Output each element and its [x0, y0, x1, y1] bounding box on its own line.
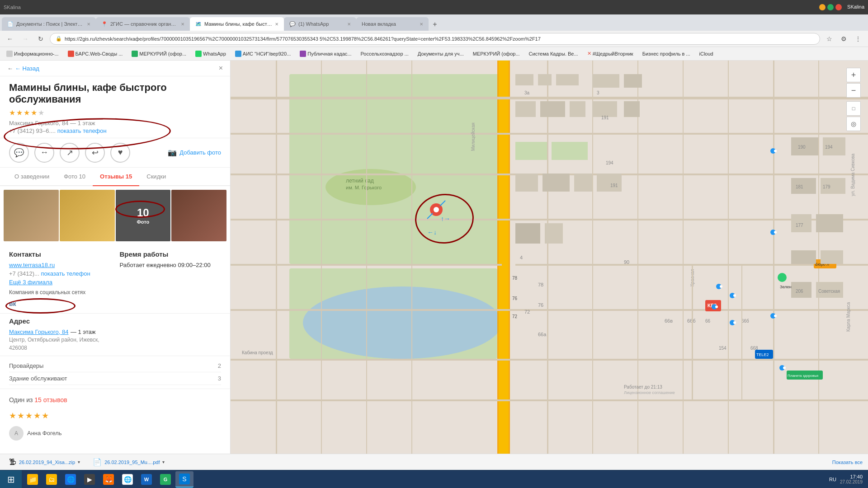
back-button[interactable]: ← [4, 33, 16, 45]
photo-cell-4[interactable] [171, 190, 226, 241]
svg-rect-37 [515, 101, 536, 117]
add-photo-label: Добавить фото [179, 149, 221, 156]
show-phone-link[interactable]: показать телефон [57, 127, 107, 134]
bookmark-ais[interactable]: АИС "НСИ"/вер920... [232, 50, 293, 58]
map-area[interactable]: летний сад им. М. Горького [231, 61, 868, 470]
bookmark-kadastr[interactable]: Публичная кадас... [297, 50, 354, 58]
download-arrow-2[interactable]: ▾ [162, 460, 165, 465]
bookmark-kadry[interactable]: Система Кадры. Ве... [526, 50, 581, 57]
bookmark-label: МЕРКУРИЙ (офор... [139, 51, 186, 56]
bookmark-place-button[interactable]: ↩ [85, 143, 105, 163]
tab-about[interactable]: О заведении [7, 168, 57, 186]
tab-2gis[interactable]: 📍 2ГИС — справочник организац... ✕ [96, 17, 190, 31]
forward-button[interactable]: → [19, 33, 32, 45]
minimize-button[interactable] [819, 4, 826, 10]
reviews-count-link[interactable]: 15 отзывов [34, 396, 67, 404]
phone2-link[interactable]: +7 (3412)... показать телефон [9, 270, 111, 277]
bookmark-icloud[interactable]: iCloud [697, 50, 716, 57]
bookmark-docs[interactable]: Документы для уч... [415, 50, 467, 57]
tab-close-icon[interactable]: ✕ [87, 22, 90, 27]
tab-close-icon[interactable]: ✕ [420, 22, 423, 27]
photo-cell-1[interactable] [4, 190, 59, 241]
tab-maminy-bliny[interactable]: 🗺️ Мамины блины, кафе быстро... ✕ [190, 17, 284, 31]
address-street-link[interactable]: Максима Горького, 84 [9, 328, 68, 335]
start-button[interactable]: ⊞ [0, 470, 22, 488]
svg-point-84 [774, 314, 777, 317]
taskbar-app-chrome[interactable]: 🌐 [118, 471, 137, 488]
svg-rect-10 [231, 133, 868, 135]
bookmark-whatsapp[interactable]: WhatsApp [193, 50, 229, 58]
svg-text:Лицензионное соглашение: Лицензионное соглашение [624, 390, 675, 395]
reviewer-name: Анна Фогель [27, 430, 62, 436]
show-phone2-link[interactable]: показать телефон [41, 270, 90, 277]
camera-icon: 📷 [168, 148, 177, 157]
taskbar-app-garuda[interactable]: G [156, 471, 175, 488]
add-photo-button[interactable]: 📷 Добавить фото [168, 148, 221, 157]
bookmark-mercury2[interactable]: МЕРКУРИЙ (офор... [470, 50, 523, 57]
business-name: Мамины блины, кафе быстрого обслуживания [9, 82, 221, 106]
favorite-button[interactable]: ♥ [110, 143, 130, 163]
photo-cell-2[interactable] [60, 190, 115, 241]
photo-cell-3[interactable]: 10 Фото [116, 190, 171, 241]
extensions-button[interactable]: ⚙ [837, 33, 850, 45]
bookmark-shchedry[interactable]: ✕ #ЩедрыйВторник [585, 50, 636, 57]
maximize-button[interactable] [827, 4, 834, 10]
taskbar-app-word[interactable]: W [137, 471, 156, 488]
tab-documents[interactable]: 📄 Документы : Поиск | Электрон... ✕ [2, 17, 96, 31]
bookmark-mercury[interactable]: МЕРКУРИЙ (офор... [129, 50, 189, 58]
window-controls[interactable]: SKalina [819, 4, 864, 10]
photos-grid[interactable]: 10 Фото [0, 186, 230, 245]
bookmark-label: #ЩедрыйВторник [593, 51, 633, 56]
download-arrow-1[interactable]: ▾ [78, 460, 80, 465]
route-button[interactable]: ↔ [34, 143, 54, 163]
tab-whatsapp[interactable]: 💬 (1) WhatsApp ✕ [284, 17, 356, 31]
taskbar-app-skype[interactable]: S [175, 471, 193, 488]
vk-link[interactable]: вк [9, 300, 16, 307]
bookmark-business[interactable]: Бизнес профиль в ... [640, 50, 693, 57]
photo-count-overlay[interactable]: 10 Фото [116, 190, 171, 241]
address-bar[interactable]: 🔒 https://2gis.ru/izhevsk/search/кафе/pr… [50, 33, 820, 45]
zoom-in-button[interactable]: + [846, 68, 861, 82]
website-link[interactable]: www.terrasa18.ru [9, 262, 111, 268]
show-all-downloads-button[interactable]: Показать все [832, 460, 863, 465]
share-button[interactable]: ↗ [60, 143, 80, 163]
svg-rect-21 [411, 61, 412, 470]
taskbar-app-explorer[interactable]: 📁 [24, 471, 42, 488]
tab-discounts[interactable]: Скидки [139, 168, 173, 186]
taskbar-app-folder[interactable]: 🗂 [42, 471, 61, 488]
close-window-button[interactable] [835, 4, 842, 10]
taskbar-app-media[interactable]: ▶ [80, 471, 99, 488]
building-providers-row[interactable]: Здание обслуживают 3 [9, 372, 221, 385]
tab-new[interactable]: Новая вкладка ✕ [356, 17, 429, 31]
bookmark-informatsionne[interactable]: Информационно-... [4, 50, 61, 58]
tab-close-icon[interactable]: ✕ [181, 22, 184, 27]
tab-favicon: 📄 [7, 21, 14, 27]
taskbar-app-ie[interactable]: 🌐 [61, 471, 80, 488]
tab-close-icon[interactable]: ✕ [347, 22, 351, 27]
message-button[interactable]: 💬 [9, 143, 29, 163]
download-item-2[interactable]: 📄 26.02.2019_95_Mu....pdf ▾ [89, 457, 168, 467]
tab-photos[interactable]: Фото 10 [57, 168, 93, 186]
providers-row[interactable]: Провайдеры 2 [9, 360, 221, 372]
bookmark-favicon [300, 51, 306, 57]
back-nav-button[interactable]: ← ← Назад [7, 65, 39, 72]
download-item-1[interactable]: 🗜 26.02.2019_94_Xisa...zip ▾ [5, 457, 84, 467]
menu-button[interactable]: ⋮ [852, 33, 864, 45]
svg-rect-18 [276, 61, 277, 470]
taskbar-app-firefox[interactable]: 🦊 [99, 471, 118, 488]
bookmark-rsnadzor[interactable]: Россельхознадзор ... [358, 50, 411, 57]
tab-reviews[interactable]: Отзывы 15 [93, 168, 139, 186]
bookmark-button[interactable]: ☆ [823, 33, 835, 45]
svg-rect-36 [624, 74, 642, 88]
tab-close-icon[interactable]: ✕ [275, 22, 278, 27]
bookmark-label: Бизнес профиль в ... [642, 51, 690, 56]
map-type-button[interactable]: □ [846, 101, 861, 116]
language-indicator: RU [829, 477, 836, 482]
location-button[interactable]: ◎ [846, 117, 861, 131]
panel-close-button[interactable]: × [219, 64, 223, 72]
zoom-out-button[interactable]: − [846, 83, 861, 98]
bookmark-bars[interactable]: БАРС.Web-Своды ... [65, 50, 126, 58]
branches-link[interactable]: Ещё 3 филиала [9, 279, 111, 286]
new-tab-button[interactable]: + [429, 18, 441, 31]
refresh-button[interactable]: ↻ [34, 33, 47, 45]
